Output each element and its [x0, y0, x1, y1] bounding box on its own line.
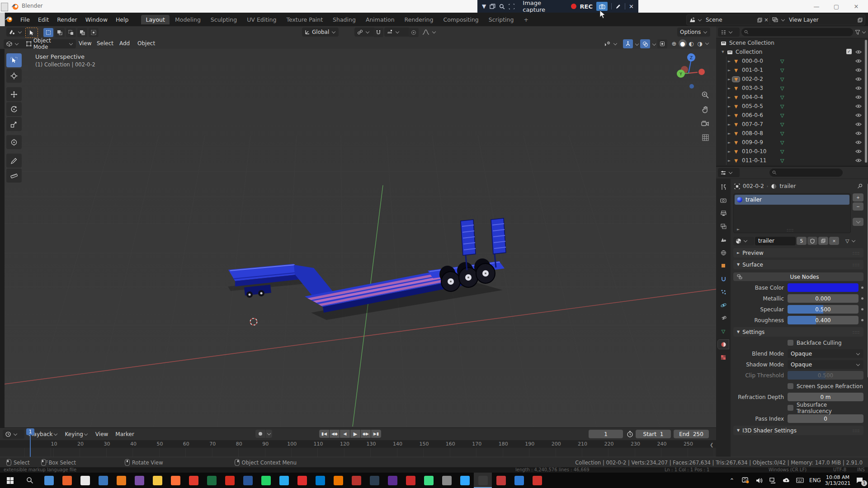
3d-viewport[interactable]: User Perspective (1) Collection | 002-0-… — [5, 49, 716, 427]
taskbar-app-icon[interactable] — [275, 473, 293, 488]
eye-icon[interactable] — [855, 149, 862, 154]
unlink-scene-icon[interactable]: × — [764, 17, 769, 23]
tab-material[interactable] — [718, 340, 729, 349]
tab-texture-paint[interactable]: Texture Paint — [282, 15, 327, 24]
windows-icon[interactable] — [490, 4, 495, 9]
outliner-display-mode[interactable] — [718, 28, 740, 37]
taskbar-app-icon[interactable] — [510, 473, 528, 488]
search-icon[interactable] — [499, 4, 505, 9]
object-visibility-dropdown[interactable] — [602, 39, 625, 48]
expand-icon[interactable]: ► — [726, 59, 732, 63]
tab-constraints[interactable] — [718, 314, 729, 323]
hide-toggle[interactable] — [855, 113, 862, 117]
outliner-search[interactable] — [741, 28, 853, 36]
tab-tool[interactable] — [718, 183, 729, 192]
tab-animation[interactable]: Animation — [361, 15, 399, 24]
specular-slider[interactable]: 0.500 — [788, 305, 859, 314]
outliner-item[interactable]: ►▼004-0-4▽ — [716, 93, 868, 102]
xray-toggle-button[interactable] — [657, 39, 667, 48]
taskbar-app-icon[interactable] — [184, 473, 203, 488]
menu-help[interactable]: Help — [112, 16, 133, 23]
backface-checkbox[interactable] — [788, 340, 793, 346]
outliner-item[interactable]: ►▼011-0-11▽ — [716, 156, 868, 165]
add-workspace-button[interactable]: + — [519, 15, 533, 24]
show-gizmo-button[interactable] — [623, 39, 633, 48]
menu-window[interactable]: Window — [81, 16, 112, 23]
new-material-button[interactable] — [818, 237, 828, 245]
eye-icon[interactable] — [855, 158, 862, 163]
taskbar-app-icon[interactable] — [76, 473, 94, 488]
expand-icon[interactable]: ► — [726, 131, 732, 136]
tab-particles[interactable] — [718, 287, 729, 296]
tool-move[interactable] — [6, 87, 22, 101]
jump-to-start-button[interactable]: ▮◀ — [319, 430, 329, 438]
outliner-item[interactable]: ►▼005-0-5▽ — [716, 102, 868, 111]
start-button[interactable] — [0, 473, 20, 488]
tool-annotate[interactable] — [6, 154, 22, 168]
taskbar-app-icon[interactable] — [420, 473, 438, 488]
taskbar-app-icon[interactable] — [401, 473, 420, 488]
mode-dropdown[interactable]: Object Mode — [24, 39, 76, 48]
tool-measure[interactable] — [6, 169, 22, 183]
outliner-item[interactable]: ►▼000-0-0▽ — [716, 56, 868, 66]
outliner-item[interactable]: ►▼006-0-6▽ — [716, 111, 868, 120]
taskbar-app-icon[interactable] — [456, 473, 474, 488]
taskbar-app-icon[interactable] — [221, 473, 239, 488]
active-tool-indicator[interactable] — [25, 28, 38, 38]
expand-icon[interactable]: ► — [726, 122, 732, 127]
hide-toggle[interactable] — [855, 149, 862, 154]
tab-scripting[interactable]: Scripting — [484, 15, 519, 24]
start-frame-field[interactable]: Start1 — [636, 430, 671, 438]
tab-view-layer[interactable] — [718, 222, 729, 231]
outliner-item[interactable]: ►▼001-0-1▽ — [716, 66, 868, 75]
menu-render[interactable]: Render — [53, 16, 81, 23]
pin-icon[interactable] — [857, 183, 863, 189]
eye-icon[interactable] — [855, 59, 862, 63]
tool-rotate[interactable] — [6, 102, 22, 116]
camera-view-control[interactable] — [699, 117, 712, 130]
tab-scene[interactable] — [718, 235, 729, 244]
taskbar-app-icon[interactable] — [311, 473, 329, 488]
taskbar-app-icon[interactable] — [329, 473, 347, 488]
hide-toggle[interactable] — [855, 95, 862, 99]
browse-material-button[interactable] — [733, 237, 754, 245]
eye-icon[interactable] — [855, 50, 862, 54]
select-mode-intersect-button[interactable] — [89, 28, 99, 37]
jump-to-end-button[interactable]: ▶▮ — [371, 430, 381, 438]
timeline-menu-view[interactable]: View — [92, 431, 111, 437]
viewport-menu-select[interactable]: Select — [93, 40, 117, 47]
animate-dot-icon[interactable] — [861, 319, 863, 321]
properties-editor-type[interactable] — [718, 168, 740, 177]
taskbar-app-icon[interactable] — [166, 473, 184, 488]
outliner-collection[interactable]: ▼Collection✓ — [716, 47, 868, 56]
eye-icon[interactable] — [855, 122, 862, 127]
taskbar-app-icon[interactable] — [438, 473, 456, 488]
toggle-orthographic-control[interactable] — [699, 131, 712, 144]
taskbar-search-button[interactable] — [20, 473, 40, 488]
taskbar-app-icon[interactable] — [257, 473, 275, 488]
taskbar-app-icon[interactable] — [148, 473, 166, 488]
auto-keying-button[interactable] — [255, 430, 265, 438]
hide-toggle[interactable] — [855, 68, 862, 72]
expand-icon[interactable]: ► — [726, 95, 732, 99]
snap-target-dropdown[interactable] — [384, 28, 410, 37]
taskbar-app-icon[interactable] — [528, 473, 546, 488]
expand-icon[interactable]: ► — [726, 86, 732, 90]
keying-dropdown[interactable] — [266, 430, 272, 438]
metallic-slider[interactable]: 0.000 — [788, 294, 859, 303]
tab-texture[interactable] — [718, 353, 729, 362]
tab-physics[interactable] — [718, 300, 729, 310]
gizmo-dropdown-icon[interactable] — [635, 42, 639, 46]
new-scene-icon[interactable] — [757, 18, 762, 23]
tool-select-box[interactable] — [6, 53, 22, 67]
taskbar-app-icon[interactable] — [365, 473, 383, 488]
collapse-region-icon[interactable]: ❮ — [710, 442, 713, 447]
hide-toggle[interactable] — [855, 59, 862, 63]
capture-close-icon[interactable]: ✕ — [629, 3, 634, 10]
material-link-dropdown[interactable]: ▽ — [843, 237, 863, 245]
select-mode-subtract-button[interactable] — [66, 28, 76, 37]
tool-cursor[interactable] — [6, 69, 22, 83]
close-button[interactable]: ✕ — [846, 0, 866, 12]
hide-toggle[interactable] — [855, 122, 862, 127]
outliner-filter[interactable] — [855, 30, 866, 35]
